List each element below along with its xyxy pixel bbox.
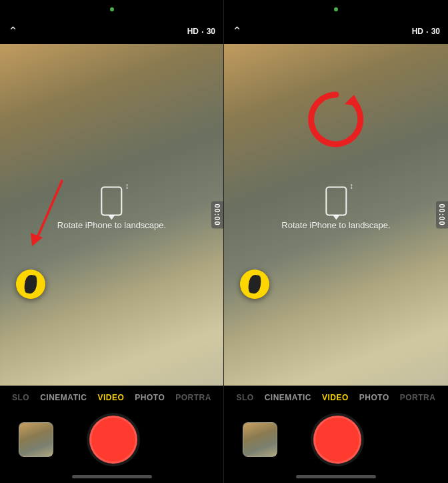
home-bar-left xyxy=(72,475,152,478)
thumbnail-image-right xyxy=(243,423,277,456)
top-controls-left: ⌃ HD · 30 xyxy=(0,19,223,44)
mode-bar-left: SLO CINEMATIC VIDEO PHOTO PORTRA xyxy=(0,386,223,410)
separator-right: · xyxy=(426,27,429,37)
mode-portrait-right[interactable]: PORTRA xyxy=(400,393,436,402)
status-dot-right xyxy=(334,7,338,11)
refresh-svg xyxy=(306,89,366,149)
hd-badge-left[interactable]: HD xyxy=(187,27,199,36)
viewfinder-right[interactable]: ↕ Rotate iPhone to landscape. 00:00 xyxy=(224,44,448,386)
bottom-controls-left xyxy=(0,410,223,470)
timer-right: 00:00 xyxy=(436,201,448,228)
rotate-phone-icon-right: ↕ xyxy=(325,186,347,215)
bean-shape-right xyxy=(247,274,263,295)
rotate-phone-icon-left: ↕ xyxy=(101,186,123,215)
mode-photo-right[interactable]: PHOTO xyxy=(359,393,389,402)
separator-left: · xyxy=(201,27,204,37)
thumbnail-right[interactable] xyxy=(243,422,277,457)
rotate-text-right: Rotate iPhone to landscape. xyxy=(281,219,390,229)
record-inner-right xyxy=(317,420,357,460)
status-bar-right xyxy=(224,0,448,19)
rotate-msg-left: ↕ Rotate iPhone to landscape. xyxy=(57,186,166,229)
rotate-arrows-right: ↕ xyxy=(349,181,353,190)
chevron-up-icon-right[interactable]: ⌃ xyxy=(232,24,242,39)
left-panel: ⌃ HD · 30 ↕ Rotate iPhone to landscape. … xyxy=(0,0,224,483)
record-inner-left xyxy=(93,420,133,460)
thumbnail-image-left xyxy=(19,423,53,456)
mode-slo-left[interactable]: SLO xyxy=(12,393,29,402)
chevron-up-icon-left[interactable]: ⌃ xyxy=(8,24,18,39)
mode-photo-left[interactable]: PHOTO xyxy=(135,393,165,402)
mode-bar-right: SLO CINEMATIC VIDEO PHOTO PORTRA xyxy=(224,386,448,410)
status-bar-left xyxy=(0,0,223,19)
quality-controls-left: HD · 30 xyxy=(187,27,215,37)
viewfinder-left[interactable]: ↕ Rotate iPhone to landscape. 00:00 xyxy=(0,44,223,386)
bottom-controls-right xyxy=(224,410,448,470)
mode-slo-right[interactable]: SLO xyxy=(237,393,254,402)
right-panel: ⌃ HD · 30 ↕ xyxy=(224,0,448,483)
refresh-icon-container xyxy=(306,89,366,149)
top-controls-right: ⌃ HD · 30 xyxy=(224,19,448,44)
bean-button-right[interactable] xyxy=(240,270,269,299)
record-button-right[interactable] xyxy=(313,416,361,464)
hd-badge-right[interactable]: HD xyxy=(412,27,423,36)
fps-badge-right[interactable]: 30 xyxy=(431,27,440,36)
mode-portrait-left[interactable]: PORTRA xyxy=(175,393,211,402)
svg-marker-2 xyxy=(345,95,361,107)
bean-shape-left xyxy=(23,274,39,295)
mode-video-left[interactable]: VIDEO xyxy=(97,393,124,402)
quality-controls-right: HD · 30 xyxy=(412,27,440,37)
mode-cinematic-right[interactable]: CINEMATIC xyxy=(265,393,311,402)
refresh-icon xyxy=(306,89,366,149)
home-indicator-left xyxy=(0,470,223,483)
mode-video-right[interactable]: VIDEO xyxy=(322,393,349,402)
thumbnail-left[interactable] xyxy=(19,422,53,457)
home-bar-right xyxy=(296,475,376,478)
rotate-arrows-left: ↕ xyxy=(125,181,129,190)
fps-badge-left[interactable]: 30 xyxy=(207,27,215,36)
status-dot-left xyxy=(110,7,114,11)
timer-left: 00:00 xyxy=(211,201,223,228)
record-button-left[interactable] xyxy=(89,416,137,464)
bean-button-left[interactable] xyxy=(16,270,45,299)
home-indicator-right xyxy=(224,470,448,483)
rotate-text-left: Rotate iPhone to landscape. xyxy=(57,219,166,229)
mode-cinematic-left[interactable]: CINEMATIC xyxy=(40,393,87,402)
rotate-msg-right: ↕ Rotate iPhone to landscape. xyxy=(281,186,390,229)
